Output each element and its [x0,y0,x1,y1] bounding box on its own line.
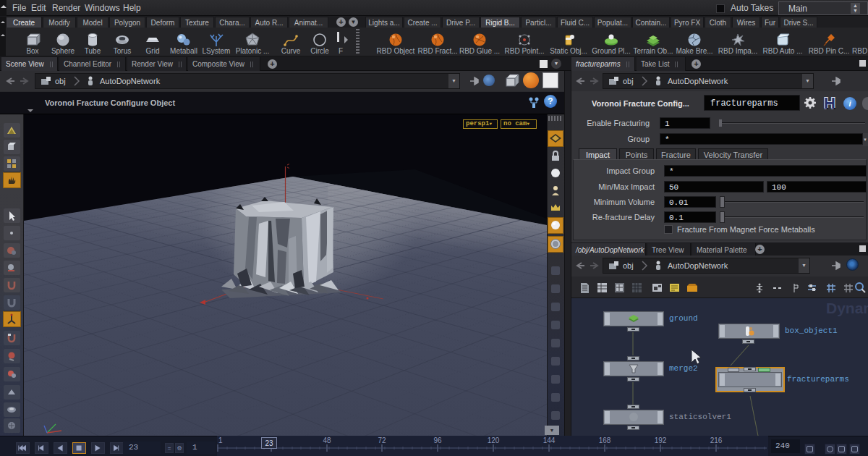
svg-text:168: 168 [599,436,611,444]
svg-text:216: 216 [710,436,723,444]
svg-text:48: 48 [323,436,331,444]
svg-text:1: 1 [218,436,223,444]
svg-text:96: 96 [433,436,442,444]
svg-text:144: 144 [543,436,556,444]
svg-text:120: 120 [488,436,500,444]
svg-text:72: 72 [378,436,386,444]
svg-text:192: 192 [655,436,667,444]
